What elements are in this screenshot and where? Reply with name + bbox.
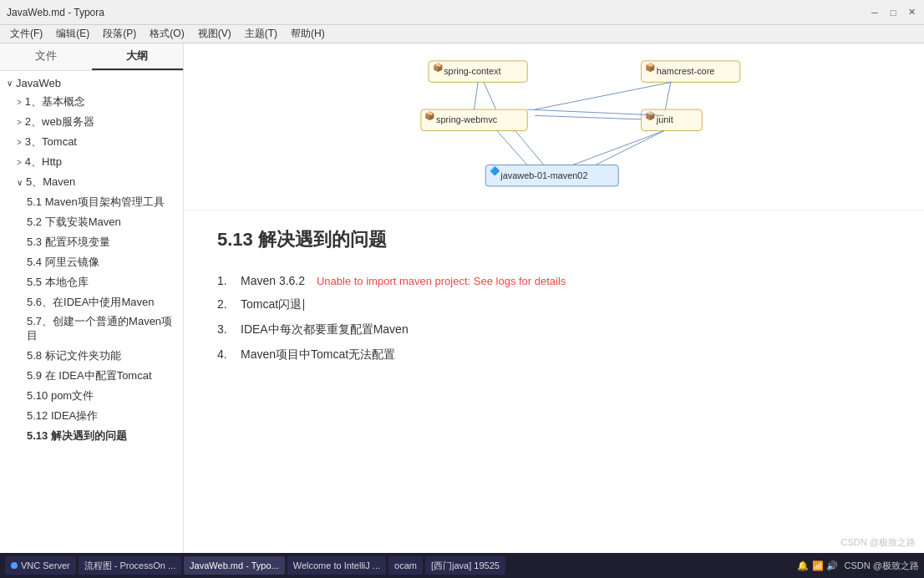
menu-edit[interactable]: 编辑(E) (49, 25, 96, 43)
window-controls: ─ □ ✕ (869, 7, 917, 18)
taskbar-items: VNC Server 流程图 - ProcessOn ... JavaWeb.m… (5, 556, 505, 575)
sidebar-item-web-server[interactable]: > 2、web服务器 (0, 112, 183, 132)
sidebar-item-label: 5.4 阿里云镜像 (27, 255, 99, 270)
sidebar-item-label: 4、Http (25, 155, 62, 170)
close-button[interactable]: ✕ (906, 7, 917, 18)
taskbar-processon[interactable]: 流程图 - ProcessOn ... (79, 556, 181, 575)
sidebar-item-label: 5、Maven (26, 175, 75, 190)
content-area[interactable]: 📦 spring-context 📦 hamcrest-core 📦 sprin… (184, 43, 924, 553)
svg-line-21 (497, 130, 527, 165)
list-num-3: 3. (217, 322, 234, 336)
maximize-button[interactable]: □ (887, 7, 899, 18)
list-text-1: Maven 3.6.2 Unable to import maven proje… (241, 274, 566, 287)
taskbar-vnc[interactable]: VNC Server (5, 556, 76, 575)
taskbar-java[interactable]: [西门java] 19525 (425, 556, 505, 575)
sidebar-item-label: 5.2 下载安装Maven (27, 215, 121, 230)
sidebar-item-5-3[interactable]: 5.3 配置环境变量 (0, 232, 183, 252)
svg-text:📦: 📦 (645, 110, 656, 121)
sidebar-item-label: 5.9 在 IDEA中配置Tomcat (27, 368, 152, 383)
tab-outline[interactable]: 大纲 (92, 43, 184, 70)
list-item-4: 4. Maven项目中Tomcat无法配置 (217, 342, 891, 368)
minimize-button[interactable]: ─ (869, 7, 881, 18)
error-message: Unable to import maven project: See logs… (317, 275, 566, 287)
sidebar-item-5-7[interactable]: 5.7、创建一个普通的Maven项目 (0, 312, 183, 346)
list-item-1: 1. Maven 3.6.2 Unable to import maven pr… (217, 269, 891, 292)
sidebar-item-label: 2、web服务器 (25, 114, 94, 129)
title-bar: JavaWeb.md - Typora ─ □ ✕ (0, 0, 924, 25)
menu-file[interactable]: 文件(F) (3, 25, 49, 43)
svg-text:junit: junit (656, 114, 673, 124)
svg-text:javaweb-01-maven02: javaweb-01-maven02 (500, 170, 587, 180)
sidebar-item-5-12[interactable]: 5.12 IDEA操作 (0, 406, 183, 426)
article-body: 5.13 解决遇到的问题 1. Maven 3.6.2 Unable to im… (184, 210, 924, 384)
arrow-icon: > (17, 158, 22, 167)
menu-help[interactable]: 帮助(H) (284, 25, 332, 43)
sidebar-item-label: 5.7、创建一个普通的Maven项目 (27, 315, 176, 343)
menu-view[interactable]: 视图(V) (191, 25, 238, 43)
sidebar-item-basic-concept[interactable]: > 1、基本概念 (0, 92, 183, 112)
taskbar-typora[interactable]: JavaWeb.md - Typo... (184, 556, 285, 575)
sidebar-item-5-13[interactable]: 5.13 解决遇到的问题 (0, 426, 183, 446)
vnc-icon (11, 562, 18, 569)
sidebar-item-5-4[interactable]: 5.4 阿里云镜像 (0, 252, 183, 272)
sidebar-item-label: 3、Tomcat (25, 134, 77, 150)
sidebar-item-label: 5.8 标记文件夹功能 (27, 348, 121, 363)
sidebar-item-label: 5.5 本地仓库 (27, 275, 89, 290)
list-num-4: 4. (217, 347, 234, 361)
sidebar-item-http[interactable]: > 4、Http (0, 152, 183, 172)
list-text-4: Maven项目中Tomcat无法配置 (241, 347, 395, 363)
svg-text:📦: 📦 (645, 61, 656, 72)
arrow-icon: > (17, 138, 22, 147)
svg-line-22 (573, 130, 664, 165)
sidebar: 文件 大纲 ∨ JavaWeb > 1、基本概念 > 2、web服务器 > 3、… (0, 43, 184, 553)
text-cursor (303, 299, 304, 311)
diagram-area: 📦 spring-context 📦 hamcrest-core 📦 sprin… (184, 43, 924, 210)
sidebar-item-label: 5.12 IDEA操作 (27, 408, 98, 423)
menu-theme[interactable]: 主题(T) (238, 25, 284, 43)
main-container: 文件 大纲 ∨ JavaWeb > 1、基本概念 > 2、web服务器 > 3、… (0, 43, 924, 553)
svg-text:🔷: 🔷 (490, 165, 500, 176)
sidebar-item-5-9[interactable]: 5.9 在 IDEA中配置Tomcat (0, 366, 183, 386)
svg-text:📦: 📦 (424, 110, 435, 121)
menu-format[interactable]: 格式(O) (143, 25, 190, 43)
menu-bar: 文件(F) 编辑(E) 段落(P) 格式(O) 视图(V) 主题(T) 帮助(H… (0, 25, 924, 43)
arrow-icon: > (17, 98, 22, 107)
taskbar-ocam[interactable]: ocam (388, 556, 423, 575)
dependency-diagram: 📦 spring-context 📦 hamcrest-core 📦 sprin… (345, 48, 763, 206)
svg-line-4 (535, 115, 641, 119)
svg-text:spring-webmvc: spring-webmvc (436, 114, 498, 124)
list-text-3: IDEA中每次都要重复配置Maven (241, 322, 409, 337)
svg-text:📦: 📦 (433, 61, 444, 72)
list-item-3: 3. IDEA中每次都要重复配置Maven (217, 317, 891, 342)
sidebar-item-label: 5.3 配置环境变量 (27, 235, 110, 250)
arrow-icon: ∨ (7, 79, 13, 88)
arrow-icon: ∨ (17, 178, 23, 187)
csdn-watermark: CSDN @极致之路 (841, 536, 916, 549)
svg-text:hamcrest-core: hamcrest-core (657, 66, 715, 76)
sidebar-item-label: JavaWeb (16, 77, 61, 89)
svg-text:spring-context: spring-context (444, 66, 500, 76)
sidebar-item-javaweb[interactable]: ∨ JavaWeb (0, 74, 183, 92)
sidebar-item-5-6[interactable]: 5.6、在IDEA中使用Maven (0, 292, 183, 312)
list-num-2: 2. (217, 297, 234, 311)
sidebar-item-5-1[interactable]: 5.1 Maven项目架构管理工具 (0, 192, 183, 212)
sidebar-tabs: 文件 大纲 (0, 43, 183, 71)
sidebar-item-label: 1、基本概念 (25, 94, 85, 109)
tab-file[interactable]: 文件 (0, 43, 92, 70)
sidebar-item-tomcat[interactable]: > 3、Tomcat (0, 132, 183, 152)
list-num-1: 1. (217, 274, 234, 287)
sidebar-item-5-2[interactable]: 5.2 下载安装Maven (0, 212, 183, 232)
sidebar-item-5-5[interactable]: 5.5 本地仓库 (0, 272, 183, 292)
sidebar-item-maven[interactable]: ∨ 5、Maven (0, 172, 183, 192)
menu-paragraph[interactable]: 段落(P) (96, 25, 143, 43)
taskbar-sys-icons: 🔔 📶 🔊 (797, 560, 837, 571)
taskbar-right: 🔔 📶 🔊 CSDN @极致之路 (797, 560, 919, 572)
taskbar-intellij[interactable]: Welcome to IntelliJ ... (287, 556, 386, 575)
sidebar-item-5-8[interactable]: 5.8 标记文件夹功能 (0, 346, 183, 366)
arrow-icon: > (17, 118, 22, 127)
sidebar-item-label: 5.10 pom文件 (27, 388, 94, 403)
sidebar-item-5-10[interactable]: 5.10 pom文件 (0, 386, 183, 406)
svg-line-23 (535, 82, 672, 109)
sidebar-item-label: 5.1 Maven项目架构管理工具 (27, 195, 165, 210)
window-title: JavaWeb.md - Typora (7, 7, 104, 18)
